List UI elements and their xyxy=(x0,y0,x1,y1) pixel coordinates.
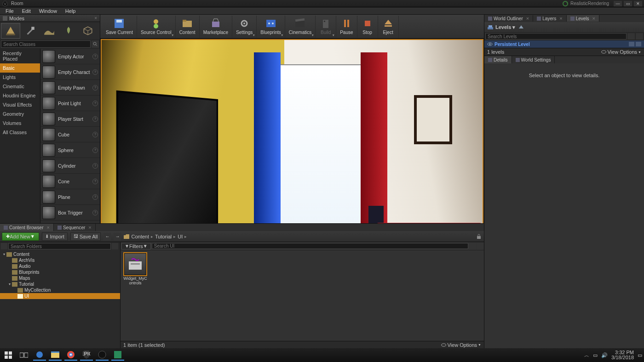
info-icon[interactable]: ? xyxy=(92,147,98,153)
summon-icon[interactable] xyxy=(636,33,643,40)
tab-levels[interactable]: Levels× xyxy=(567,15,599,22)
category-basic[interactable]: Basic xyxy=(0,63,40,73)
levels-summon-icon[interactable] xyxy=(518,24,524,30)
landscape-mode-button[interactable] xyxy=(40,23,59,39)
taskbar-app-2[interactable] xyxy=(111,350,124,361)
search-icon[interactable] xyxy=(469,243,476,249)
info-icon[interactable]: ? xyxy=(92,85,98,90)
taskbar-epic[interactable]: EPIC xyxy=(80,350,93,361)
info-icon[interactable]: ? xyxy=(92,101,98,106)
folder-audio[interactable]: Audio xyxy=(0,263,120,269)
toolbar-marketplace[interactable]: Marketplace xyxy=(200,16,232,38)
info-icon[interactable]: ? xyxy=(92,54,98,59)
eye-icon[interactable] xyxy=(487,41,493,47)
tab-world-outliner[interactable]: World Outliner× xyxy=(484,15,533,22)
import-button[interactable]: ⬇ Import xyxy=(42,232,68,241)
info-icon[interactable]: ? xyxy=(92,116,98,122)
view-options-button[interactable]: View Options▼ xyxy=(441,342,481,348)
category-visual-effects[interactable]: Visual Effects xyxy=(0,100,40,109)
info-icon[interactable]: ? xyxy=(92,194,98,200)
toolbar-blueprints[interactable]: Blueprints▼ xyxy=(257,16,285,38)
toolbar-content[interactable]: Content xyxy=(176,16,200,38)
tray-network-icon[interactable]: ▭ xyxy=(593,352,598,358)
start-button[interactable] xyxy=(2,350,15,361)
forward-button[interactable]: → xyxy=(114,233,121,240)
menu-file[interactable]: File xyxy=(2,8,17,14)
search-classes-input[interactable] xyxy=(1,40,91,48)
search-icon[interactable] xyxy=(92,40,99,48)
close-button[interactable]: ✕ xyxy=(634,1,642,6)
category-houdini-engine[interactable]: Houdini Engine xyxy=(0,91,40,100)
folder-content[interactable]: ▾Content xyxy=(0,251,120,257)
refresh-icon[interactable] xyxy=(562,0,569,7)
kismet-icon[interactable] xyxy=(629,42,634,46)
actor-box-trigger[interactable]: Box Trigger? xyxy=(40,205,100,221)
search-icon[interactable] xyxy=(112,243,118,249)
breadcrumb-content[interactable]: Content xyxy=(131,234,149,239)
tab-world-settings[interactable]: World Settings xyxy=(512,56,555,63)
expand-icon[interactable]: ▾ xyxy=(7,282,12,286)
taskbar-app-1[interactable] xyxy=(33,350,46,361)
asset-grid[interactable]: Widget_MyControls xyxy=(121,250,484,341)
search-folders-input[interactable] xyxy=(8,243,111,249)
lock-icon[interactable] xyxy=(476,233,482,240)
info-icon[interactable]: ? xyxy=(92,132,98,137)
toolbar-eject[interactable]: Eject xyxy=(378,16,399,38)
tab-details[interactable]: Details xyxy=(484,56,512,63)
taskbar-clock[interactable]: 3:32 PM3/18/2018 xyxy=(611,350,634,360)
place-mode-button[interactable] xyxy=(1,23,20,39)
actor-cylinder[interactable]: Cylinder? xyxy=(40,158,100,174)
tab-sequencer[interactable]: Sequencer× xyxy=(54,224,96,231)
toolbar-source-control[interactable]: Source Control▼ xyxy=(137,16,176,38)
actor-sphere[interactable]: Sphere? xyxy=(40,142,100,158)
category-cinematic[interactable]: Cinematic xyxy=(0,82,40,91)
paint-mode-button[interactable] xyxy=(20,23,40,39)
sources-toggle-icon[interactable] xyxy=(1,243,7,249)
asset-widget_mycontrols[interactable]: Widget_MyControls xyxy=(123,253,147,285)
actor-empty-pawn[interactable]: Empty Pawn? xyxy=(40,80,100,96)
minimize-button[interactable]: — xyxy=(614,1,622,6)
back-button[interactable]: ← xyxy=(104,233,111,240)
search-assets-input[interactable] xyxy=(152,243,468,249)
folder-maps[interactable]: Maps xyxy=(0,275,120,281)
menu-edit[interactable]: Edit xyxy=(18,8,34,14)
folder-blueprints[interactable]: Blueprints xyxy=(0,269,120,275)
tab-content-browser[interactable]: Content Browser× xyxy=(0,224,54,231)
geometry-mode-button[interactable] xyxy=(78,23,98,39)
category-volumes[interactable]: Volumes xyxy=(0,119,40,128)
toolbar-settings[interactable]: Settings▼ xyxy=(232,16,257,38)
levels-search-input[interactable] xyxy=(485,33,627,40)
foliage-mode-button[interactable] xyxy=(59,23,78,39)
actor-plane[interactable]: Plane? xyxy=(40,189,100,205)
view-options-button[interactable]: View Options▼ xyxy=(601,49,641,55)
folder-archvis[interactable]: ArchVis xyxy=(0,257,120,263)
modes-tab[interactable]: Modes × xyxy=(0,15,100,22)
info-icon[interactable]: ? xyxy=(92,179,98,184)
save-search-icon[interactable] xyxy=(477,243,483,249)
menu-window[interactable]: Window xyxy=(35,8,61,14)
actor-cube[interactable]: Cube? xyxy=(40,127,100,142)
tray-notifications-icon[interactable]: ▭ xyxy=(638,352,642,358)
actor-empty-actor[interactable]: Empty Actor? xyxy=(40,49,100,64)
actor-point-light[interactable]: Point Light? xyxy=(40,96,100,111)
search-icon[interactable] xyxy=(627,33,635,40)
task-view-button[interactable] xyxy=(17,350,30,361)
toolbar-save-current[interactable]: Save Current xyxy=(102,16,137,38)
info-icon[interactable]: ? xyxy=(92,210,98,215)
folder-ui[interactable]: UI xyxy=(0,293,120,299)
levels-dropdown[interactable]: Levels ▾ xyxy=(495,24,515,30)
category-recently-placed[interactable]: Recently Placed xyxy=(0,49,40,63)
tab-layers[interactable]: Layers× xyxy=(533,15,566,22)
breadcrumb[interactable]: Content▸Tutorial▸UI▸ xyxy=(124,234,187,239)
category-geometry[interactable]: Geometry xyxy=(0,109,40,119)
filters-button[interactable]: ▼Filters▼ xyxy=(121,243,151,249)
save-all-button[interactable]: 🖫 Save All xyxy=(70,232,101,241)
maximize-button[interactable]: ▭ xyxy=(624,1,632,6)
breadcrumb-tutorial[interactable]: Tutorial xyxy=(155,234,172,239)
taskbar-ue4[interactable] xyxy=(96,350,109,361)
tray-chevron-icon[interactable]: ︿ xyxy=(584,352,589,359)
expand-icon[interactable]: ▾ xyxy=(2,252,6,256)
info-icon[interactable]: ? xyxy=(92,163,98,169)
folder-mycollection[interactable]: MyCollection xyxy=(0,287,120,293)
level-item-persistent[interactable]: Persistent Level xyxy=(484,40,644,48)
